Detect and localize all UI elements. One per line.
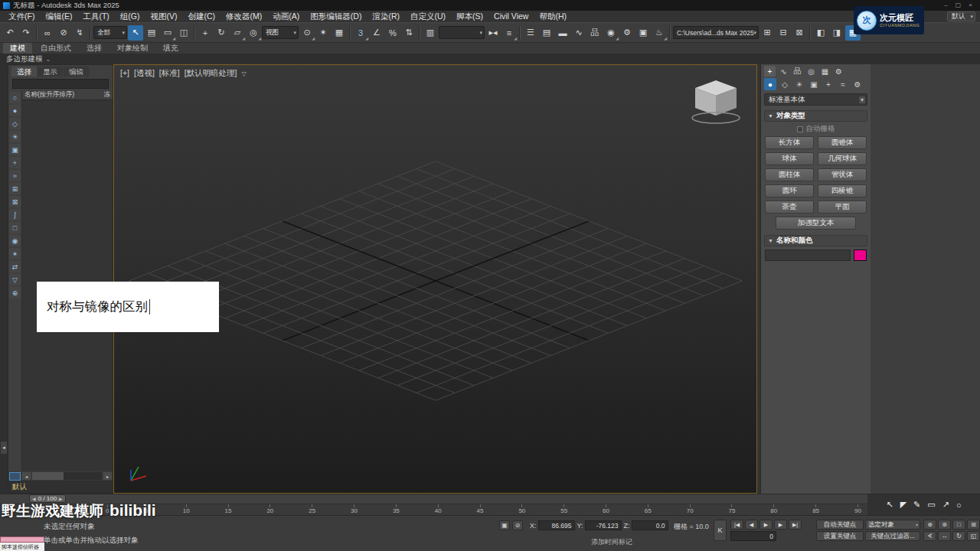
set-key-mode-button[interactable]: 设置关键点 <box>816 531 864 541</box>
viewport-general-menu[interactable]: [+] <box>120 68 129 79</box>
maximize-viewport-icon[interactable]: ◱ <box>967 531 980 541</box>
time-slider-handle[interactable]: ◀ 0 / 100 ▶ <box>29 494 66 503</box>
manage-links-button[interactable]: ⊠ <box>792 25 807 41</box>
scrollbar-thumb[interactable] <box>32 472 64 480</box>
primitive-button[interactable]: 加强型文本 <box>776 217 856 230</box>
toolbar-button[interactable] <box>809 26 811 40</box>
align-button[interactable]: ≡ <box>501 25 517 41</box>
spinner-snap-button[interactable]: ⇅ <box>401 25 416 41</box>
go-to-start-button[interactable]: |◀ <box>730 520 743 530</box>
advanced-search-icon[interactable]: ⊕ <box>9 287 21 298</box>
selection-filter-dropdown[interactable]: 全部 <box>93 26 127 39</box>
scene-explorer-tab[interactable]: 显示 <box>38 67 63 77</box>
display-frozen-icon[interactable]: ✶ <box>9 248 21 259</box>
autogrid-checkbox[interactable] <box>797 126 803 132</box>
object-type-rollout-header[interactable]: ▼ 对象类型 <box>764 110 867 122</box>
pan-icon[interactable]: ↔ <box>938 531 951 541</box>
display-geometry-icon[interactable]: ● <box>9 105 21 116</box>
redo-button[interactable]: ↷ <box>18 25 34 41</box>
next-frame-button[interactable]: ▶ <box>774 520 787 530</box>
menu-item[interactable]: 帮助(H) <box>534 11 572 22</box>
ribbon-group-label[interactable]: 多边形建模 <box>6 54 43 64</box>
render-production-button[interactable]: ♨ <box>652 25 667 41</box>
viewport-shading-menu[interactable]: [默认明暗处理] <box>185 68 237 79</box>
display-cameras-icon[interactable]: ▣ <box>9 144 21 155</box>
ribbon-tab[interactable]: 建模 <box>3 43 32 54</box>
menu-item[interactable]: 修改器(M) <box>220 11 267 22</box>
display-none-icon[interactable]: ○ <box>9 92 21 103</box>
menu-item[interactable]: 工具(T) <box>77 11 114 22</box>
pen-icon[interactable]: ✎ <box>913 500 920 510</box>
display-lights-icon[interactable]: ☀ <box>9 131 21 142</box>
mirror-button[interactable]: ▸◂ <box>485 25 501 41</box>
name-column-header[interactable]: 名称(按升序排序) <box>24 90 74 99</box>
display-bones-icon[interactable]: ʃ <box>9 209 21 220</box>
prev-frame-arrow-icon[interactable]: ◀ <box>32 496 36 501</box>
key-filters-button[interactable]: 关键点过滤器... <box>865 531 920 541</box>
play-button[interactable]: ▶ <box>760 520 773 530</box>
select-and-scale-button[interactable]: ▱ <box>230 25 245 41</box>
ribbon-tab[interactable]: 选择 <box>80 43 109 54</box>
schematic-view-button[interactable]: 品 <box>587 25 603 41</box>
menu-item[interactable]: 文件(F) <box>3 11 40 22</box>
zoom-all-icon[interactable]: ⊛ <box>938 520 951 530</box>
menu-item[interactable]: 自定义(U) <box>405 11 451 22</box>
close-button[interactable]: × <box>969 0 972 11</box>
minimize-button[interactable]: – <box>944 0 947 11</box>
explorer-column-header[interactable]: 名称(按升序排序) 冻 <box>22 90 113 100</box>
frame-ruler[interactable]: 0 5 10 15 20 <box>100 504 867 515</box>
lights-category[interactable]: ☀ <box>793 78 805 90</box>
create-tab[interactable]: + <box>764 66 776 77</box>
select-and-manipulate-button[interactable]: ✶ <box>315 25 331 41</box>
scrollbar-track[interactable] <box>32 472 102 480</box>
toggle-layer-explorer-button[interactable]: ▤ <box>539 25 554 41</box>
panel-collapse-button[interactable]: ◂ <box>1 442 7 454</box>
viewport-standard-menu[interactable]: [标准] <box>159 68 180 79</box>
object-name-field[interactable] <box>765 249 851 261</box>
primitive-button[interactable]: 圆锥体 <box>818 136 867 149</box>
display-tab[interactable]: ▦ <box>819 66 831 77</box>
menu-item[interactable]: 脚本(S) <box>451 11 488 22</box>
toolbar-button[interactable] <box>90 26 91 40</box>
display-groups-icon[interactable]: ⊞ <box>9 183 21 194</box>
undo-button[interactable]: ↶ <box>2 25 18 41</box>
cameras-category[interactable]: ▣ <box>808 78 820 90</box>
display-materials-icon[interactable]: ◉ <box>9 235 21 246</box>
isolate-selection-toggle[interactable]: ▣ <box>499 520 510 530</box>
viewport-label-menu-icon[interactable]: ▽ <box>242 70 247 77</box>
time-slider-track[interactable]: ◀ 0 / 100 ▶ <box>0 494 867 504</box>
ribbon-tab[interactable]: 自由形式 <box>34 43 78 54</box>
motion-tab[interactable]: ◎ <box>805 66 817 77</box>
space-warps-category[interactable]: ≈ <box>837 78 849 90</box>
scene-security-tools-button[interactable]: ◧ <box>813 25 828 41</box>
scene-converter-button[interactable]: ⊟ <box>776 25 791 41</box>
primitive-type-dropdown[interactable]: 标准基本体 <box>764 93 867 106</box>
keyboard-shortcut-override-button[interactable]: ▦ <box>332 25 347 41</box>
zoom-icon[interactable]: ⊕ <box>923 520 936 530</box>
toggle-ribbon-button[interactable]: ▬ <box>555 25 570 41</box>
rectangle-tool-icon[interactable]: ▭ <box>927 500 935 510</box>
display-containers-icon[interactable]: □ <box>9 222 21 233</box>
name-color-rollout-header[interactable]: ▼ 名称和颜色 <box>764 235 867 246</box>
select-and-rotate-button[interactable]: ↻ <box>214 25 229 41</box>
percent-snap-button[interactable]: % <box>385 25 400 41</box>
workspace-dropdown[interactable]: 默认 <box>947 11 975 21</box>
snap-toggle-3d-button[interactable]: 3 <box>353 25 368 41</box>
current-frame-field[interactable]: 0 <box>730 531 776 541</box>
scene-explorer-tab[interactable]: 选择 <box>11 67 37 77</box>
curve-editor-button[interactable]: ∿ <box>571 25 586 41</box>
render-setup-button[interactable]: ⚙ <box>619 25 635 41</box>
object-color-swatch[interactable] <box>854 249 867 261</box>
primitive-button[interactable]: 几何球体 <box>818 152 867 165</box>
hierarchy-tab[interactable]: 品 <box>792 66 803 77</box>
primitive-button[interactable]: 平面 <box>818 201 867 214</box>
perspective-viewport[interactable]: [+][透视][标准][默认明暗处理] ▽ <box>113 64 757 494</box>
asset-library-button[interactable]: ⊞ <box>760 25 775 41</box>
display-spacewarps-icon[interactable]: ≈ <box>9 170 21 181</box>
menu-item[interactable]: 创建(C) <box>183 11 221 22</box>
utilities-tab[interactable]: ⚙ <box>833 66 844 77</box>
explorer-search-input[interactable] <box>12 79 109 89</box>
angle-snap-button[interactable]: ∠ <box>369 25 384 41</box>
frozen-column-header[interactable]: 冻 <box>104 90 111 99</box>
mini-listener-script-row[interactable]: 脚本迷你侦听器 <box>0 543 44 551</box>
